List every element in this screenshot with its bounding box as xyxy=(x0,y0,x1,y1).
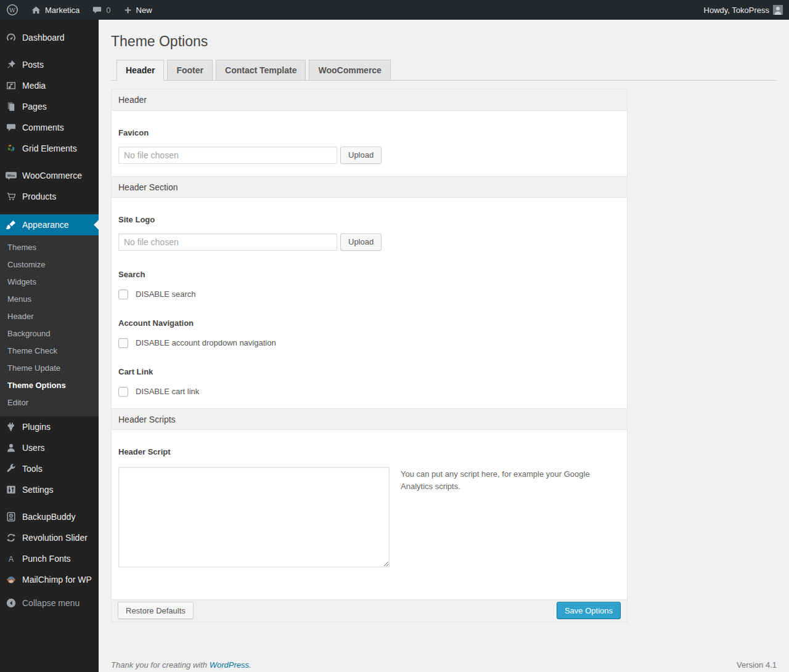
grid-elements-icon xyxy=(5,142,17,155)
tab-footer[interactable]: Footer xyxy=(167,60,213,80)
search-label: Search xyxy=(118,270,620,279)
sidebar-item-mailchimp[interactable]: MailChimp for WP xyxy=(0,569,99,590)
sidebar-item-woocommerce[interactable]: Woo WooCommerce xyxy=(0,165,99,186)
submenu-item-theme-update[interactable]: Theme Update xyxy=(0,360,99,377)
wrench-icon xyxy=(5,463,17,475)
cart-icon xyxy=(5,190,17,203)
tab-contact-template[interactable]: Contact Template xyxy=(216,60,306,80)
comment-bubble-icon xyxy=(92,5,102,15)
admin-sidebar: Dashboard Posts Media Pages Comments xyxy=(0,20,99,672)
sidebar-item-products[interactable]: Products xyxy=(0,186,99,207)
sidebar-item-label: Users xyxy=(22,443,45,453)
header-script-label: Header Script xyxy=(118,447,620,456)
site-name-link[interactable]: Marketica xyxy=(25,0,86,20)
submenu-item-menus[interactable]: Menus xyxy=(0,291,99,308)
media-icon xyxy=(5,79,17,92)
sidebar-item-label: WooCommerce xyxy=(22,171,82,180)
site-logo-label: Site Logo xyxy=(118,215,620,224)
menu-separator xyxy=(0,500,99,506)
wordpress-menu-button[interactable]: W xyxy=(0,0,25,20)
admin-bar: W Marketica 0 New Howdy, TokoPress xyxy=(0,0,789,20)
menu-separator xyxy=(0,207,99,214)
cart-link-field: Cart Link DISABLE cart link xyxy=(118,348,620,397)
sidebar-item-tools[interactable]: Tools xyxy=(0,458,99,479)
submenu-item-themes[interactable]: Themes xyxy=(0,239,99,256)
sidebar-item-pages[interactable]: Pages xyxy=(0,96,99,117)
sidebar-item-dashboard[interactable]: Dashboard xyxy=(0,27,99,48)
sidebar-item-backupbuddy[interactable]: BackupBuddy xyxy=(0,506,99,527)
sidebar-item-grid-elements[interactable]: Grid Elements xyxy=(0,138,99,159)
sidebar-item-posts[interactable]: Posts xyxy=(0,54,99,75)
sidebar-item-comments[interactable]: Comments xyxy=(0,117,99,138)
sidebar-item-label: Dashboard xyxy=(22,33,65,43)
section-header-section-title: Header Section xyxy=(112,176,627,198)
favicon-label: Favicon xyxy=(118,128,620,137)
user-icon xyxy=(5,442,17,454)
dashboard-icon xyxy=(5,31,17,44)
submenu-item-header[interactable]: Header xyxy=(0,308,99,325)
sidebar-item-label: Products xyxy=(22,192,56,201)
disable-cart-link-checkbox-label[interactable]: DISABLE cart link xyxy=(136,387,199,396)
disable-search-checkbox-label[interactable]: DISABLE search xyxy=(136,289,196,299)
new-content-button[interactable]: New xyxy=(117,0,158,20)
current-menu-arrow-icon xyxy=(94,220,99,230)
sidebar-item-revolution-slider[interactable]: Revolution Slider xyxy=(0,527,99,548)
site-logo-upload-button[interactable]: Upload xyxy=(340,233,382,251)
submenu-item-customize[interactable]: Customize xyxy=(0,256,99,273)
letter-a-icon: A xyxy=(5,553,17,565)
sidebar-item-label: Grid Elements xyxy=(22,144,77,153)
tab-woocommerce[interactable]: WooCommerce xyxy=(309,60,390,80)
admin-bar-right: Howdy, TokoPress xyxy=(698,0,789,20)
comments-icon xyxy=(5,121,17,134)
sidebar-item-label: Comments xyxy=(22,123,64,132)
sidebar-item-label: MailChimp for WP xyxy=(22,575,92,585)
submenu-item-editor[interactable]: Editor xyxy=(0,394,99,411)
collapse-menu-button[interactable]: Collapse menu xyxy=(0,593,99,613)
save-options-button[interactable]: Save Options xyxy=(557,602,621,619)
sidebar-item-punch-fonts[interactable]: A Punch Fonts xyxy=(0,548,99,569)
paintbrush-icon xyxy=(5,219,17,231)
restore-defaults-button[interactable]: Restore Defaults xyxy=(118,602,194,619)
tab-header[interactable]: Header xyxy=(117,60,164,81)
monkey-icon xyxy=(5,573,17,586)
sidebar-item-plugins[interactable]: Plugins xyxy=(0,416,99,437)
submenu-item-theme-options[interactable]: Theme Options xyxy=(0,377,99,394)
pages-icon xyxy=(5,100,17,113)
footer-thanks-text: Thank you for creating with WordPress. xyxy=(111,660,251,670)
header-scripts-body: Header Script You can put any script her… xyxy=(112,430,627,599)
sidebar-item-label: Media xyxy=(22,81,46,91)
header-script-textarea[interactable] xyxy=(118,467,390,567)
sidebar-item-media[interactable]: Media xyxy=(0,75,99,96)
favicon-upload-button[interactable]: Upload xyxy=(340,147,382,164)
search-field: Search DISABLE search xyxy=(118,251,620,299)
sidebar-item-users[interactable]: Users xyxy=(0,437,99,458)
tab-bar: Header Footer Contact Template WooCommer… xyxy=(111,60,777,81)
submenu-item-widgets[interactable]: Widgets xyxy=(0,273,99,291)
disable-cart-link-checkbox[interactable] xyxy=(118,387,128,397)
woocommerce-icon: Woo xyxy=(5,169,17,182)
admin-bar-comments[interactable]: 0 xyxy=(86,0,117,20)
sidebar-item-label: Posts xyxy=(22,60,44,70)
wordpress-logo-icon: W xyxy=(6,4,18,16)
sidebar-item-appearance[interactable]: Appearance xyxy=(0,214,99,235)
circular-arrows-icon xyxy=(5,532,17,544)
plug-icon xyxy=(5,421,17,433)
page-title: Theme Options xyxy=(111,33,777,51)
backup-drive-icon xyxy=(5,511,17,523)
site-logo-file-input[interactable] xyxy=(118,233,337,251)
plus-icon xyxy=(123,6,133,15)
sidebar-item-settings[interactable]: Settings xyxy=(0,479,99,500)
wordpress-link[interactable]: WordPress xyxy=(210,660,249,670)
section-header-title: Header xyxy=(112,89,627,111)
header-script-field: Header Script You can put any script her… xyxy=(118,430,620,567)
collapse-menu-label: Collapse menu xyxy=(22,598,80,608)
favicon-file-input[interactable] xyxy=(118,147,337,164)
sidebar-item-label: BackupBuddy xyxy=(22,512,75,522)
disable-search-checkbox[interactable] xyxy=(118,289,128,299)
sidebar-item-label: Tools xyxy=(22,464,43,474)
disable-account-nav-checkbox-label[interactable]: DISABLE account dropdown navigation xyxy=(136,338,276,347)
disable-account-nav-checkbox[interactable] xyxy=(118,338,128,348)
account-menu[interactable]: Howdy, TokoPress xyxy=(698,0,789,20)
submenu-item-theme-check[interactable]: Theme Check xyxy=(0,342,99,360)
submenu-item-background[interactable]: Background xyxy=(0,325,99,342)
